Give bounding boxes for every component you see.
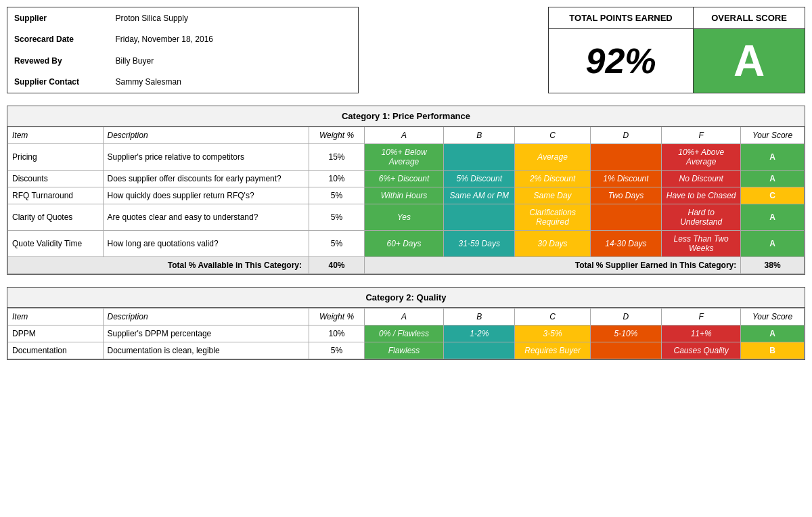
row-col-a: 60+ Days — [364, 231, 443, 257]
col-d-header: D — [590, 127, 661, 144]
table-row: RFQ TurnaroundHow quickly does supplier … — [8, 187, 805, 204]
row-score: A — [741, 171, 805, 187]
row-col-d — [590, 342, 661, 359]
row-score: A — [741, 144, 805, 171]
table-row: Quote Validity TimeHow long are quotatio… — [8, 231, 805, 257]
cat2-col-f-header: F — [662, 309, 741, 325]
row-col-a: Yes — [364, 204, 443, 231]
row-col-d — [590, 204, 661, 231]
supplier-value: Proton Silica Supply — [109, 7, 359, 29]
row-description: Supplier's DPPM percentage — [103, 325, 309, 342]
col-desc-header: Description — [103, 127, 309, 144]
reviewed-label: Revewed By — [7, 50, 109, 71]
row-weight: 10% — [309, 171, 365, 187]
category1-footer: Total % Available in This Category: 40% … — [8, 257, 805, 274]
col-b-header: B — [444, 127, 515, 144]
category2-title: Category 2: Quality — [7, 288, 805, 308]
row-score: A — [741, 325, 805, 342]
reviewed-value: Billy Buyer — [109, 50, 359, 71]
cat2-col-desc-header: Description — [103, 309, 309, 325]
overall-score-header: OVERALL SCORE — [694, 7, 805, 29]
contact-value: Sammy Salesman — [109, 71, 359, 93]
row-col-c: 3-5% — [515, 325, 590, 342]
col-f-header: F — [662, 127, 741, 144]
row-weight: 15% — [309, 144, 365, 171]
row-col-a: 0% / Flawless — [364, 325, 443, 342]
table-row: PricingSupplier's price relative to comp… — [8, 144, 805, 171]
category1-wrapper: Category 1: Price Performance Item Descr… — [7, 106, 805, 275]
supplier-info-table: Supplier Proton Silica Supply Scorecard … — [7, 7, 359, 93]
row-item: Clarity of Quotes — [8, 204, 104, 231]
row-item: DPPM — [8, 325, 104, 342]
footer-right-label: Total % Supplier Earned in This Category… — [364, 257, 740, 274]
table-row: DPPMSupplier's DPPM percentage10%0% / Fl… — [8, 325, 805, 342]
row-weight: 5% — [309, 204, 365, 231]
row-score: A — [741, 231, 805, 257]
row-col-c: Clarifications Required — [515, 204, 590, 231]
row-weight: 5% — [309, 187, 365, 204]
row-col-d: 1% Discount — [590, 171, 661, 187]
row-item: Documentation — [8, 342, 104, 359]
row-score: C — [741, 187, 805, 204]
row-item: Discounts — [8, 171, 104, 187]
table-row: Clarity of QuotesAre quotes clear and ea… — [8, 204, 805, 231]
row-col-b: 31-59 Days — [444, 231, 515, 257]
col-a-header: A — [364, 127, 443, 144]
category2-table: Item Description Weight % A B C D F Your… — [7, 308, 805, 359]
total-points-header: TOTAL POINTS EARNED — [549, 7, 694, 29]
row-description: Supplier's price relative to competitors — [103, 144, 309, 171]
cat2-col-b-header: B — [444, 309, 515, 325]
row-col-c: Requires Buyer — [515, 342, 590, 359]
row-col-b: 5% Discount — [444, 171, 515, 187]
category1-title: Category 1: Price Performance — [7, 106, 805, 127]
row-item: RFQ Turnaround — [8, 187, 104, 204]
category1-table: Item Description Weight % A B C D F Your… — [7, 127, 805, 274]
row-col-c: 30 Days — [515, 231, 590, 257]
row-col-b — [444, 204, 515, 231]
date-value: Friday, November 18, 2016 — [109, 29, 359, 50]
col-item-header: Item — [8, 127, 104, 144]
row-col-d: Two Days — [590, 187, 661, 204]
row-col-f: Causes Quality — [662, 342, 741, 359]
row-weight: 10% — [309, 325, 365, 342]
footer-left-label: Total % Available in This Category: — [8, 257, 309, 274]
row-col-c: 2% Discount — [515, 171, 590, 187]
contact-label: Supplier Contact — [7, 71, 109, 93]
row-col-f: Less Than Two Weeks — [662, 231, 741, 257]
footer-left-value: 40% — [309, 257, 365, 274]
row-col-a: 6%+ Discount — [364, 171, 443, 187]
row-weight: 5% — [309, 231, 365, 257]
row-col-b: Same AM or PM — [444, 187, 515, 204]
row-col-a: Flawless — [364, 342, 443, 359]
total-points-value: 92% — [549, 29, 694, 93]
row-col-f: Hard to Understand — [662, 204, 741, 231]
date-label: Scorecard Date — [7, 29, 109, 50]
cat2-col-a-header: A — [364, 309, 443, 325]
row-item: Quote Validity Time — [8, 231, 104, 257]
table-row: DiscountsDoes supplier offer discounts f… — [8, 171, 805, 187]
cat2-col-item-header: Item — [8, 309, 104, 325]
row-description: Are quotes clear and easy to understand? — [103, 204, 309, 231]
row-col-d: 5-10% — [590, 325, 661, 342]
row-score: A — [741, 204, 805, 231]
row-col-f: Have to be Chased — [662, 187, 741, 204]
cat2-col-c-header: C — [515, 309, 590, 325]
header-section: Supplier Proton Silica Supply Scorecard … — [7, 7, 805, 93]
col-score-header: Your Score — [741, 127, 805, 144]
cat2-col-score-header: Your Score — [741, 309, 805, 325]
row-col-f: No Discount — [662, 171, 741, 187]
row-score: B — [741, 342, 805, 359]
row-description: Does supplier offer discounts for early … — [103, 171, 309, 187]
row-col-b — [444, 342, 515, 359]
row-col-d — [590, 144, 661, 171]
row-col-b: 1-2% — [444, 325, 515, 342]
supplier-label: Supplier — [7, 7, 109, 29]
row-col-f: 10%+ Above Average — [662, 144, 741, 171]
row-item: Pricing — [8, 144, 104, 171]
col-weight-header: Weight % — [309, 127, 365, 144]
row-col-c: Same Day — [515, 187, 590, 204]
row-description: How long are quotations valid? — [103, 231, 309, 257]
row-col-a: 10%+ Below Average — [364, 144, 443, 171]
row-col-b — [444, 144, 515, 171]
cat2-col-weight-header: Weight % — [309, 309, 365, 325]
